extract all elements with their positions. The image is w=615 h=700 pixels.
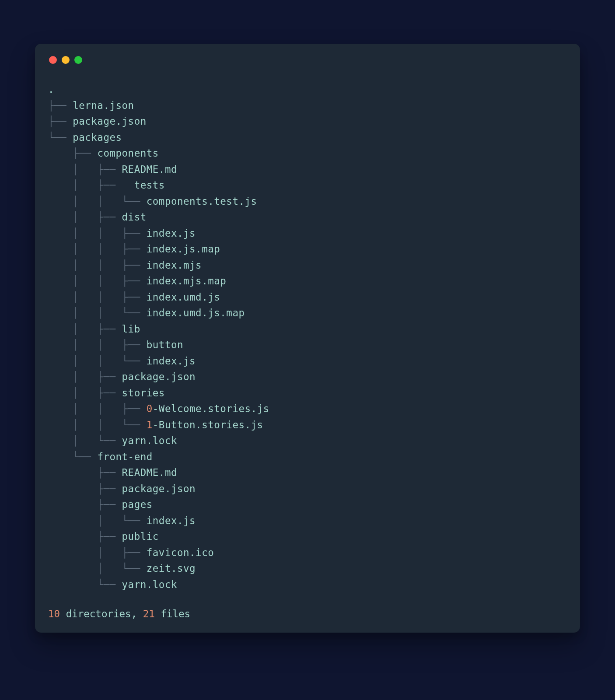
highlighted-char: 1 <box>147 419 153 430</box>
tree-connector: │ │ ├── <box>48 275 147 287</box>
tree-connector: ├── <box>48 100 73 111</box>
tree-line: ├── README.md <box>48 465 567 481</box>
file-name: package.json <box>122 371 196 382</box>
file-name: public <box>122 531 159 542</box>
tree-line: ├── pages <box>48 497 567 513</box>
file-name: __tests__ <box>122 179 177 191</box>
tree-connector: │ ├── <box>48 371 122 382</box>
tree-line: │ ├── favicon.ico <box>48 545 567 561</box>
file-name: index.js <box>147 355 196 367</box>
tree-connector: │ │ └── <box>48 419 147 430</box>
tree-line: ├── components <box>48 145 567 161</box>
tree-line: │ │ └── 1-Button.stories.js <box>48 417 567 433</box>
tree-line: │ │ ├── index.js.map <box>48 241 567 257</box>
file-name: dist <box>122 211 147 223</box>
tree-connector: │ │ ├── <box>48 403 147 414</box>
tree-line: │ │ └── components.test.js <box>48 193 567 210</box>
tree-connector: │ │ ├── <box>48 259 147 271</box>
tree-connector: ├── <box>48 147 97 159</box>
file-name: index.js <box>147 228 196 239</box>
tree-connector: └── <box>48 451 97 462</box>
file-name: package.json <box>122 483 196 494</box>
highlighted-char: 0 <box>147 403 153 414</box>
tree-line: │ └── index.js <box>48 513 567 529</box>
tree-line: │ │ ├── index.js <box>48 225 567 242</box>
tree-line: │ │ ├── 0-Welcome.stories.js <box>48 401 567 417</box>
file-name: button <box>147 339 183 350</box>
file-name: stories <box>122 387 165 399</box>
tree-connector: │ ├── <box>48 547 147 558</box>
tree-connector: │ └── <box>48 435 122 446</box>
close-button[interactable] <box>49 56 57 64</box>
file-name: index.js <box>147 515 196 526</box>
tree-line: │ │ └── index.js <box>48 353 567 369</box>
directory-label: directories, <box>60 608 143 620</box>
tree-line: │ │ ├── index.mjs.map <box>48 273 567 289</box>
file-name: -Welcome.stories.js <box>153 403 269 414</box>
file-count: 21 <box>143 608 155 620</box>
tree-connector: │ │ ├── <box>48 228 147 239</box>
tree-connector: ├── <box>48 483 122 494</box>
file-name: yarn.lock <box>122 435 177 446</box>
terminal-window: .├── lerna.json├── package.json└── packa… <box>35 44 580 633</box>
tree-connector: │ │ ├── <box>48 339 147 350</box>
tree-connector: ├── <box>48 531 122 542</box>
file-name: README.md <box>122 467 177 478</box>
tree-line: │ ├── lib <box>48 321 567 337</box>
window-controls <box>48 56 567 64</box>
tree-connector: │ └── <box>48 515 147 526</box>
file-name: components.test.js <box>147 196 257 207</box>
tree-connector: │ │ └── <box>48 307 147 318</box>
file-name: . <box>48 84 54 95</box>
tree-connector: └── <box>48 579 122 590</box>
tree-line: │ └── yarn.lock <box>48 433 567 449</box>
tree-connector: ├── <box>48 499 122 510</box>
tree-connector: │ ├── <box>48 323 122 335</box>
tree-connector: │ ├── <box>48 164 122 175</box>
maximize-button[interactable] <box>74 56 82 64</box>
tree-summary: 10 directories, 21 files <box>48 608 567 620</box>
tree-line: ├── lerna.json <box>48 98 567 114</box>
tree-line: │ ├── dist <box>48 209 567 225</box>
tree-connector: └── <box>48 132 73 143</box>
tree-line: │ │ ├── index.umd.js <box>48 289 567 305</box>
tree-line: └── front-end <box>48 449 567 465</box>
tree-connector: │ ├── <box>48 179 122 191</box>
file-name: index.mjs <box>147 259 202 271</box>
file-name: favicon.ico <box>147 547 214 558</box>
file-label: files <box>155 608 190 620</box>
file-name: pages <box>122 499 153 510</box>
tree-line: ├── package.json <box>48 481 567 497</box>
minimize-button[interactable] <box>62 56 70 64</box>
tree-line: │ ├── package.json <box>48 369 567 385</box>
file-name: index.umd.js <box>147 291 220 303</box>
tree-line: └── packages <box>48 130 567 146</box>
tree-connector: ├── <box>48 467 122 478</box>
tree-line: ├── public <box>48 528 567 545</box>
file-name: components <box>97 147 158 159</box>
file-name: zeit.svg <box>147 563 196 574</box>
file-name: index.js.map <box>147 243 220 255</box>
tree-line: │ ├── README.md <box>48 161 567 178</box>
tree-connector: │ ├── <box>48 211 122 223</box>
file-name: lerna.json <box>73 100 134 111</box>
tree-connector: │ ├── <box>48 387 122 399</box>
file-tree: .├── lerna.json├── package.json└── packa… <box>48 81 567 592</box>
tree-line: │ │ ├── index.mjs <box>48 257 567 273</box>
tree-line: └── yarn.lock <box>48 577 567 593</box>
tree-line: . <box>48 81 567 98</box>
tree-line: │ ├── stories <box>48 385 567 401</box>
file-name: packages <box>73 132 122 143</box>
file-name: -Button.stories.js <box>153 419 263 430</box>
tree-line: │ └── zeit.svg <box>48 560 567 577</box>
file-name: lib <box>122 323 140 335</box>
tree-line: │ ├── __tests__ <box>48 177 567 193</box>
file-name: front-end <box>97 451 152 462</box>
tree-connector: │ │ └── <box>48 196 147 207</box>
tree-connector: │ └── <box>48 563 147 574</box>
tree-line: ├── package.json <box>48 113 567 130</box>
tree-connector: │ │ ├── <box>48 243 147 255</box>
tree-connector: │ │ └── <box>48 355 147 367</box>
file-name: yarn.lock <box>122 579 177 590</box>
tree-line: │ │ └── index.umd.js.map <box>48 305 567 321</box>
